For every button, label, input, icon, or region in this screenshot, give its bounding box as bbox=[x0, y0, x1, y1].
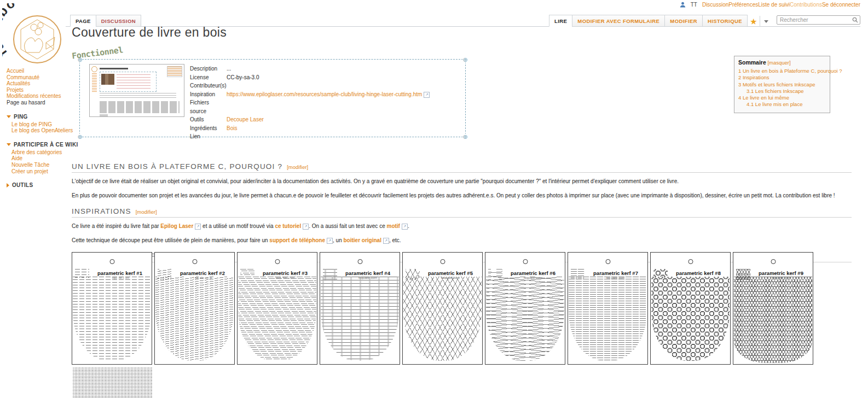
kerf-card-6[interactable]: parametric kerf #6fequalsf.com bbox=[485, 252, 565, 365]
card-title: parametric kerf #6 bbox=[504, 270, 562, 276]
toc-link[interactable]: 3 Motifs et leurs fichiers Inkscape bbox=[738, 81, 815, 87]
external-link-icon: ↗ bbox=[303, 224, 309, 230]
sidebar-section-title: PING bbox=[14, 114, 28, 120]
kerf-pattern bbox=[73, 277, 151, 361]
section-heading: Un livre en bois à Plateforme C, pourquo… bbox=[72, 162, 852, 173]
sidebar-section-participer-ce-wiki[interactable]: PARTICIPER À CE WIKI bbox=[7, 142, 68, 148]
search-icon[interactable] bbox=[852, 17, 858, 23]
card-hole bbox=[357, 259, 362, 264]
kerf-card-7[interactable]: parametric kerf #7fequalsf.com bbox=[568, 252, 648, 365]
app-logo[interactable]: fablabo bbox=[2, 3, 67, 66]
watch-tab[interactable]: ★ bbox=[747, 16, 760, 27]
sidebar-section-items: Arbre des catégoriesAideNouvelle TâcheCr… bbox=[11, 149, 68, 174]
infobox-thumbnail[interactable] bbox=[89, 64, 184, 117]
sidebar-item-arbre-des-cat-gories[interactable]: Arbre des catégories bbox=[11, 149, 68, 156]
kerf-card-9[interactable]: parametric kerf #9fequalsf.com bbox=[733, 252, 813, 365]
infobox-link[interactable]: Bois bbox=[227, 125, 237, 131]
sidebar-item-accueil[interactable]: Accueil bbox=[7, 68, 68, 74]
card-title: parametric kerf #2 bbox=[173, 270, 232, 276]
infobox-value bbox=[227, 98, 430, 115]
toc-link[interactable]: 4.1 Le livre mis en place bbox=[747, 101, 802, 107]
sidebar-item-cr-er-un-projet[interactable]: Créer un projet bbox=[11, 168, 68, 175]
personal-link-discussion[interactable]: Discussion bbox=[702, 2, 728, 8]
sidebar-item-projets[interactable]: Projets bbox=[7, 87, 68, 93]
toc-item: 3.1 Les fichiers Inkscape bbox=[747, 88, 826, 95]
infobox-value bbox=[227, 132, 430, 141]
personal-links: DiscussionPréférencesListe de suiviContr… bbox=[702, 2, 860, 8]
kerf-pattern bbox=[403, 277, 482, 361]
partial-pattern-image[interactable] bbox=[73, 367, 152, 398]
selection-handle-top-right[interactable]: ⊕ bbox=[462, 57, 467, 63]
toc-item: 1 Un livre en bois à Plateforme C, pourq… bbox=[738, 68, 826, 74]
more-dropdown-tab[interactable] bbox=[760, 16, 772, 27]
content-link-epilog-laser[interactable]: Epilog Laser bbox=[160, 223, 193, 229]
infobox-label: Contributeur(s) bbox=[190, 81, 227, 90]
tab-modifier-avec-formulaire[interactable]: Modifier avec formulaire bbox=[572, 15, 665, 27]
content-link-boitier-original[interactable]: boitier original bbox=[344, 237, 381, 243]
toc-hide-link[interactable]: [masquer] bbox=[767, 60, 790, 66]
sidebar-item-communaut[interactable]: Communauté bbox=[7, 74, 68, 81]
kerf-card-4[interactable]: parametric kerf #4fequalsf.com bbox=[320, 252, 400, 365]
toc-link[interactable]: 1 Un livre en bois à Plateforme C, pourq… bbox=[738, 68, 842, 74]
kerf-card-2[interactable]: parametric kerf #2fequalsf.com bbox=[154, 252, 235, 365]
tab-modifier[interactable]: Modifier bbox=[664, 15, 703, 27]
toc-link[interactable]: 2 Inspirations bbox=[738, 74, 769, 80]
mini-logo bbox=[91, 66, 97, 72]
card-title: parametric kerf #7 bbox=[587, 270, 645, 276]
kerf-card-8[interactable]: parametric kerf #8fequalsf.com bbox=[650, 252, 731, 365]
personal-link-contributions[interactable]: Contributions bbox=[790, 2, 822, 8]
sidebar-section-outils[interactable]: OUTILS bbox=[7, 182, 68, 188]
kerf-card-1[interactable]: parametric kerf #1fequalsf.com bbox=[72, 252, 152, 365]
sidebar-item-aide[interactable]: Aide bbox=[11, 155, 68, 162]
modifier-link[interactable]: [modifier] bbox=[136, 209, 157, 215]
external-link-icon: ↗ bbox=[383, 238, 389, 244]
toc-header: Sommaire [masquer] bbox=[738, 59, 826, 66]
toc-title: Sommaire bbox=[738, 59, 766, 66]
card-hole bbox=[688, 259, 693, 264]
personal-link-pr-f-rences[interactable]: Préférences bbox=[728, 2, 758, 8]
content-link-support-de-t-l-phone[interactable]: support de téléphone bbox=[269, 237, 325, 243]
sidebar-item-actualit-s[interactable]: Actualités bbox=[7, 80, 68, 87]
card-hole bbox=[192, 259, 197, 264]
table-of-contents: Sommaire [masquer] 1 Un livre en bois à … bbox=[734, 56, 830, 113]
sidebar: AccueilCommunautéActualitésProjetsModifi… bbox=[7, 68, 68, 188]
sidebar-item-nouvelle-t-che[interactable]: Nouvelle Tâche bbox=[11, 162, 68, 168]
content-link-ce-tutoriel[interactable]: ce tutoriel bbox=[275, 223, 301, 229]
sidebar-item-le-blog-des-openateliers[interactable]: Le blog des OpenAteliers bbox=[11, 127, 68, 134]
toc-item: 2 Inspirations bbox=[738, 74, 826, 81]
paragraph: En plus de pouvoir documenter son projet… bbox=[72, 191, 852, 201]
sidebar-sections: PINGLe blog de PINGLe blog des OpenAteli… bbox=[7, 114, 68, 189]
search-input[interactable] bbox=[777, 15, 860, 25]
triangle-down-icon bbox=[7, 115, 11, 118]
tab-lire[interactable]: Lire bbox=[549, 15, 572, 27]
sidebar-main-links: AccueilCommunautéActualitésProjetsModifi… bbox=[7, 68, 68, 106]
card-hole bbox=[523, 259, 528, 264]
toc-link[interactable]: 3.1 Les fichiers Inkscape bbox=[747, 88, 804, 94]
sidebar-item-modifications-r-centes[interactable]: Modifications récentes bbox=[7, 93, 68, 99]
selection-handle-bottom-right[interactable]: ⊕ bbox=[462, 134, 467, 140]
personal-link-liste-de-suivi[interactable]: Liste de suivi bbox=[758, 2, 790, 8]
personal-bar: TT DiscussionPréférencesListe de suiviCo… bbox=[680, 2, 860, 8]
infobox-label: Outils bbox=[190, 115, 227, 124]
infobox-link[interactable]: Decoupe Laser bbox=[227, 116, 264, 122]
infobox-label: License bbox=[190, 73, 227, 82]
kerf-card-5[interactable]: parametric kerf #5fequalsf.com bbox=[402, 252, 483, 365]
personal-link-se-d-connecter[interactable]: Se déconnecter bbox=[822, 2, 860, 8]
card-hole bbox=[605, 259, 610, 264]
sidebar-item-le-blog-de-ping[interactable]: Le blog de PING bbox=[11, 121, 68, 128]
toc-item: 4.1 Le livre mis en place bbox=[747, 101, 826, 108]
content-link-motif[interactable]: motif bbox=[386, 223, 400, 229]
kerf-card-3[interactable]: parametric kerf #3fequalsf.com bbox=[237, 252, 317, 365]
infobox-value: ... bbox=[227, 65, 430, 73]
infobox-label: Lien bbox=[190, 132, 227, 141]
mini-cards-row bbox=[100, 101, 180, 113]
sidebar-section-ping[interactable]: PING bbox=[7, 114, 68, 120]
tab-historique[interactable]: Historique bbox=[702, 15, 748, 27]
username-link[interactable]: TT bbox=[691, 2, 697, 8]
selection-handle-bottom-left[interactable]: ⊕ bbox=[77, 134, 82, 140]
infobox-label: Ingrédients bbox=[190, 124, 227, 133]
toc-link[interactable]: 4 Le livre en lui même bbox=[738, 95, 789, 101]
modifier-link[interactable]: [modifier] bbox=[287, 164, 308, 170]
sidebar-item-page-au-hasard[interactable]: Page au hasard bbox=[7, 99, 68, 106]
infobox-link[interactable]: https://www.epiloglaser.com/resources/sa… bbox=[227, 91, 422, 97]
